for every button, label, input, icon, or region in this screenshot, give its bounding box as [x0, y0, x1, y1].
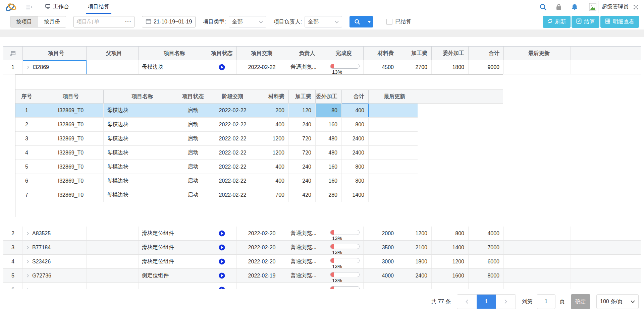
refresh-button[interactable]: 刷新 [543, 16, 571, 28]
project-row[interactable]: 5G72736侧定位组件2022-02-19普通浏览...13%40002400… [3, 269, 641, 283]
cell-project_no: B77184 [23, 241, 87, 254]
confirm-button[interactable]: 确定 [571, 294, 590, 309]
settled-checkbox[interactable] [386, 19, 392, 25]
cell-manager: 普通浏览... [287, 269, 324, 282]
project-row[interactable]: 1I32869母模边块2022-02-22普通浏览...13%450027001… [3, 60, 641, 74]
calendar-icon [146, 18, 151, 25]
progress-fill [330, 272, 334, 277]
manager-select[interactable]: 全部 [305, 16, 342, 27]
settle-button[interactable]: 结算 [572, 16, 599, 28]
progress-label: 13% [332, 263, 360, 268]
pager: 1 [457, 294, 516, 309]
column-settings-icon[interactable] [3, 47, 23, 60]
column-header-material: 材料费 [364, 47, 398, 60]
stage-row[interactable]: 6I32869_T0母模边块启动2022-02-22400240160800 [15, 174, 418, 188]
project-order-input[interactable] [76, 19, 125, 25]
cell-name: 母模边块 [104, 160, 178, 174]
check-square-icon [576, 18, 582, 25]
pagination-bar: 共 77 条 1 到第 页 确定 100 条/页 [0, 289, 644, 314]
expand-chevron-icon[interactable] [25, 245, 30, 250]
settled-checkbox-group[interactable]: 已结算 [386, 18, 411, 25]
cell-due: 2022-02-22 [208, 160, 257, 174]
project-order-search-field: ··· [73, 16, 135, 27]
toggle-by-project[interactable]: 按项目 [10, 16, 38, 27]
lock-icon[interactable] [555, 3, 562, 11]
collapse-menu-icon[interactable] [26, 4, 33, 10]
settlement-grid-area: 项目号父项目项目名称项目状态项目交期负责人完成度材料费加工费委外加工合计最后更新… [0, 37, 644, 289]
cell-idx: 6 [15, 174, 38, 188]
progress-track [330, 230, 360, 235]
expand-chevron-icon[interactable] [25, 288, 30, 289]
progress-track [330, 244, 360, 249]
cell-filler [571, 241, 641, 254]
goto-page-input[interactable] [537, 294, 555, 309]
toggle-by-month[interactable]: 按月份 [38, 16, 66, 27]
stage-row[interactable]: 2I32869_T0母模边块启动2022-02-22400240160800 [15, 118, 418, 132]
avatar[interactable] [587, 1, 598, 13]
cell-filler [417, 174, 418, 188]
expand-chevron-icon[interactable] [26, 65, 31, 70]
fullscreen-icon[interactable] [633, 4, 639, 10]
cell-process: 120 [289, 104, 316, 117]
cell-project_no: I32869_T0 [38, 174, 104, 188]
cell-process: 240 [289, 174, 316, 188]
project-row[interactable]: 4S23426滑块定位组件2022-02-20普通浏览...13%3000180… [3, 255, 641, 269]
search-icon[interactable] [539, 3, 547, 11]
cell-due: 2022-02-22 [208, 174, 257, 188]
progress-label: 13% [332, 69, 360, 74]
cell-total: 800 [342, 160, 369, 174]
date-range-button[interactable]: 21-10-19~01-19 [142, 16, 196, 27]
page-number-active[interactable]: 1 [477, 295, 496, 309]
expand-chevron-icon[interactable] [25, 273, 30, 278]
expand-chevron-icon[interactable] [25, 231, 30, 236]
progress-bar: 13% [330, 269, 360, 282]
cell-name: 滑块定位组件 [139, 255, 207, 268]
cell-due: 2022-02-22 [237, 60, 287, 74]
cell-idx: 5 [15, 160, 38, 174]
cell-outsource: 1200 [432, 255, 469, 268]
project-row[interactable]: 613% [3, 283, 641, 289]
cell-project_no: I32869_T0 [38, 188, 104, 202]
cell-project_no: I32869 [23, 60, 87, 74]
cell-manager: 普通浏览... [287, 227, 324, 240]
bell-icon[interactable] [571, 3, 578, 11]
progress-bar: 13% [330, 227, 360, 240]
cell-status [207, 269, 237, 282]
tab-workbench[interactable]: 工作台 [43, 0, 71, 14]
stage-row[interactable]: 1I32869_T0母模边块启动2022-02-2220012080400 [15, 104, 418, 118]
cell-progress: 13% [324, 283, 364, 289]
stage-row[interactable]: 5I32869_T0母模边块启动2022-02-22400240160800 [15, 160, 418, 174]
cell-parent [87, 241, 139, 254]
cell-name: 母模边块 [104, 174, 178, 188]
page-size-select[interactable]: 100 条/页 [596, 294, 639, 309]
cell-project_no: I32869_T0 [38, 132, 104, 145]
cell-due: 2022-02-22 [208, 118, 257, 131]
cell-due: 2022-02-20 [237, 241, 287, 254]
progress-label: 13% [332, 235, 360, 240]
project-row[interactable]: 2A83525滑块定位组件2022-02-20普通浏览...13%2000120… [3, 227, 641, 241]
stage-row[interactable]: 4I32869_T0母模边块启动2022-02-2212007204802400 [15, 146, 418, 160]
prev-page-button[interactable] [457, 295, 477, 309]
cell-status: 启动 [178, 118, 208, 131]
column-header-status: 项目状态 [207, 47, 237, 60]
stage-row[interactable]: 7I32869_T0母模边块启动2022-02-227004202801400 [15, 188, 418, 202]
expand-chevron-icon[interactable] [25, 259, 30, 264]
search-button[interactable] [350, 16, 365, 27]
search-dropdown-button[interactable] [365, 16, 373, 27]
project-type-select[interactable]: 全部 [229, 16, 266, 27]
cell-status: 启动 [178, 160, 208, 174]
cell-updated [504, 60, 571, 74]
stage-row[interactable]: 3I32869_T0母模边块启动2022-02-2212007204802400 [15, 132, 418, 146]
progress-track [330, 258, 360, 263]
cell-num: 2 [3, 227, 23, 240]
progress-track [330, 272, 360, 277]
tab-project-settlement[interactable]: 项目结算 [86, 0, 111, 14]
detail-view-button[interactable]: 明细查看 [600, 16, 639, 28]
next-page-button[interactable] [496, 295, 516, 309]
project-row[interactable]: 3B77184滑块定位组件2022-02-20普通浏览...13%3500210… [3, 241, 641, 255]
total-count: 共 77 条 [431, 298, 451, 305]
cell-process: 2400 [398, 269, 432, 282]
ellipsis-more-icon[interactable]: ··· [125, 19, 131, 25]
cell-outsource: 1600 [432, 269, 469, 282]
cell-updated [369, 118, 417, 131]
